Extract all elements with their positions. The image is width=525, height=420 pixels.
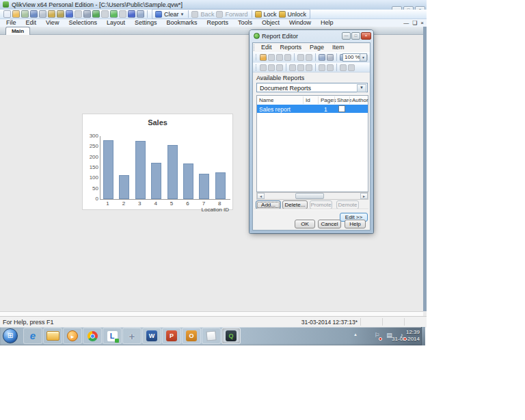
undo-icon[interactable] [66,10,73,18]
column-header-name[interactable]: Name [259,97,273,103]
status-bar: For Help, press F1 31-03-2014 12:37:13* [0,316,427,328]
share-checkbox[interactable] [338,105,345,112]
status-timestamp: 31-03-2014 12:37:13* [301,319,358,326]
bar-location-4[interactable] [151,163,161,199]
table-viewer-icon[interactable] [92,10,100,18]
print-icon[interactable] [39,10,46,18]
bar-location-8[interactable] [215,172,226,199]
bar-location-2[interactable] [119,175,129,199]
search-icon[interactable] [83,10,91,18]
new-document-icon[interactable] [3,10,11,18]
scroll-right-icon[interactable]: ▸ [360,193,368,199]
x-tick-label: 3 [138,201,141,207]
lock-icon[interactable] [255,11,262,18]
chevron-down-icon[interactable]: ▼ [357,84,366,92]
horizontal-scrollbar[interactable]: ◂ ▸ [256,192,368,200]
menu-layout[interactable]: Layout [102,19,130,27]
menu-object[interactable]: Object [257,19,284,27]
start-button[interactable]: ⊞ [3,328,18,343]
bar-location-3[interactable] [135,141,146,199]
action-center-icon[interactable]: ⚐ [373,332,381,339]
chart-plot-area [100,136,230,200]
lock-button[interactable]: Lock [264,11,277,18]
zoom-combobox[interactable]: 100 %▼ [342,53,367,62]
reports-table: NameIdPagesShareAuthor Sales report1 [256,95,368,192]
report-editor-icon [254,33,260,39]
dialog-menu-reports[interactable]: Reports [276,43,306,52]
dialog-menu-edit[interactable]: Edit [257,43,276,52]
taskbar-word[interactable]: W [142,328,161,344]
tab-main[interactable]: Main [5,27,30,35]
zoom-caret-icon[interactable]: ▼ [360,54,366,61]
taskbar-qlikview[interactable]: Q [221,328,241,344]
menu-edit[interactable]: Edit [21,19,42,27]
unlock-button[interactable]: Unlock [288,11,307,18]
help-icon[interactable] [128,10,135,18]
bar-location-6[interactable] [183,163,193,199]
print-report-icon[interactable] [327,54,334,61]
dialog-menu-page[interactable]: Page [306,43,328,52]
mdi-close-button[interactable]: × [420,20,424,27]
refresh-document-icon[interactable] [21,10,29,18]
menu-window[interactable]: Window [284,19,316,27]
column-header-author[interactable]: Author [352,97,368,103]
clear-button[interactable]: Clear [164,11,179,18]
menu-tools[interactable]: Tools [233,19,257,27]
taskbar-outlook[interactable]: O [182,328,201,344]
taskbar: ⊞ ▲ 12:39 31-03-2014 e▸L+WPOQ⚐▤♪ [0,327,425,345]
taskbar-internet-explorer[interactable]: e [23,328,42,344]
edit-layout-icon[interactable] [48,10,55,18]
menu-help[interactable]: Help [316,19,338,27]
print-preview-icon[interactable] [319,54,325,61]
dialog-minimize-button[interactable]: — [342,32,351,40]
clear-selections-icon[interactable] [155,11,162,18]
tray-expand-icon[interactable]: ▲ [353,332,358,337]
taskbar-chrome[interactable] [83,328,102,344]
help-button[interactable]: Help [345,220,366,228]
clear-dropdown-caret-icon[interactable]: ▼ [180,12,185,16]
report-pages-cell: 1 [324,106,327,113]
table-row-selected[interactable]: Sales report1 [257,105,368,113]
context-help-icon[interactable] [137,10,144,18]
bar-location-1[interactable] [103,140,113,199]
menu-view[interactable]: View [41,19,64,27]
menu-reports[interactable]: Reports [202,19,234,27]
cancel-button[interactable]: Cancel [318,220,341,228]
add-bookmark-icon[interactable] [110,10,118,18]
taskbar-powerpoint[interactable]: P [162,328,181,344]
menu-bookmarks[interactable]: Bookmarks [161,19,202,27]
save-icon[interactable] [30,10,38,18]
open-file-icon[interactable] [12,10,20,18]
ok-button[interactable]: OK [295,220,315,228]
unlock-icon[interactable] [279,11,286,18]
menu-file[interactable]: File [1,19,21,27]
bar-location-5[interactable] [167,145,178,199]
app-icon [3,1,9,8]
taskbar-media-player[interactable]: ▸ [63,328,82,344]
scrollbar-thumb[interactable] [295,193,324,199]
mdi-restore-button[interactable]: ❏ [412,20,417,27]
scroll-left-icon[interactable]: ◂ [257,193,265,199]
dialog-close-button[interactable]: × [361,32,371,40]
menu-selections[interactable]: Selections [64,19,102,27]
taskbar-sticky-notes[interactable] [202,328,221,344]
dialog-menu-item[interactable]: Item [328,43,349,52]
align-right-icon [276,64,283,71]
taskbar-windows-explorer[interactable] [43,328,62,344]
sales-chart-object[interactable]: Sales 050100150200250300 12345678 Locati… [82,114,233,210]
show-desktop-button[interactable] [421,327,425,345]
report-scope-select[interactable]: Document Reports ▼ [256,83,368,92]
taskbar-screen-capture[interactable]: L [103,328,122,344]
dialog-maximize-button[interactable]: □ [351,32,360,40]
menu-settings[interactable]: Settings [130,19,162,27]
volume-muted-icon[interactable]: ♪ [398,332,405,339]
taskbar-snipping-tool[interactable]: + [122,328,142,344]
print-queue-icon[interactable]: ▤ [386,332,393,339]
taskbar-clock[interactable]: 12:39 31-03-2014 [392,329,420,343]
mdi-minimize-button[interactable]: — [403,20,409,27]
reload-script-icon[interactable] [57,10,64,18]
bar-location-7[interactable] [199,174,209,199]
column-header-id[interactable]: Id [306,97,310,103]
y-tick-label: 200 [84,155,98,160]
add-report-icon[interactable] [260,54,267,61]
